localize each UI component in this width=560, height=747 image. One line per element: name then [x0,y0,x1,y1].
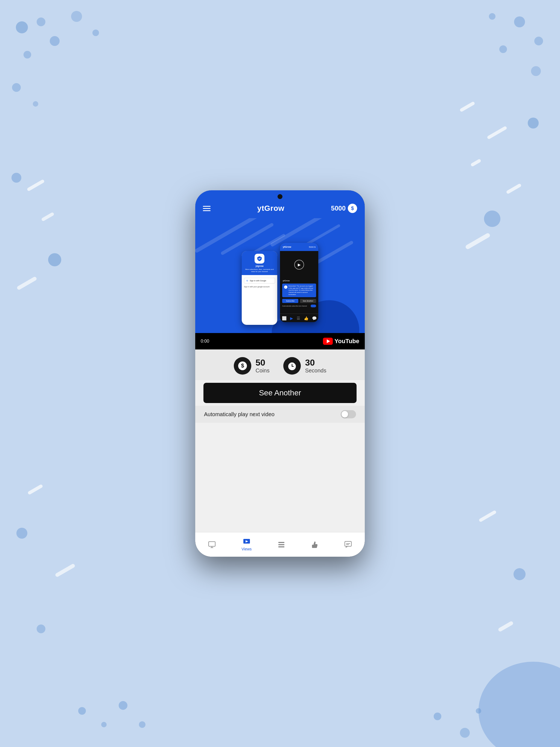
seconds-number: 30 [305,358,327,367]
svg-rect-16 [506,183,522,194]
seconds-info-item: 30 Seconds [283,357,327,375]
mockup-auto-toggle: Automatically subscribe next channel [280,303,318,307]
nav-item-comments[interactable] [344,541,352,548]
comment-icon [344,541,352,548]
svg-point-37 [434,713,441,720]
svg-point-17 [528,118,539,129]
svg-point-22 [11,173,21,183]
info-section: $ 50 Coins [195,350,365,380]
coins-amount: 5000 [331,205,346,212]
youtube-icon [323,338,333,345]
mockup-google-btn: G Sign in with Google [244,278,275,284]
svg-rect-55 [278,546,284,547]
coins-info-item: $ 50 Coins [234,357,270,375]
svg-point-28 [36,624,45,633]
svg-point-36 [139,721,146,728]
svg-point-30 [513,568,526,580]
svg-point-33 [78,707,86,715]
seconds-label: Seconds [305,367,327,374]
svg-point-9 [534,36,543,45]
mockup-video-thumb: ▶ [280,251,318,278]
video-area[interactable]: ytgrow More subscribers, likes, comments… [195,218,365,350]
svg-point-18 [484,210,501,227]
phone-screen: ytGrow 5000 $ [195,190,365,557]
svg-rect-27 [55,563,75,577]
phone-mockup-right: ytGrow 5000 $ ▶ ytGrow i Remember! The a… [280,243,318,322]
svg-rect-48 [209,542,215,546]
mockup-action-buttons: Subscribe See Another [280,299,318,303]
nav-item-likes[interactable] [311,541,319,548]
coin-icon: $ [348,204,357,213]
bottom-navigation: Views [195,532,365,557]
thumbs-up-icon [311,541,319,548]
svg-point-0 [16,21,28,33]
video-timestamp: 0:00 [201,339,209,344]
app-header: ytGrow 5000 $ [195,199,365,218]
svg-rect-54 [278,544,284,545]
mockup-bottom-nav: ⬜ ▶ ☰ 👍 💬 [280,314,318,322]
svg-point-11 [531,66,541,76]
nav-item-screen[interactable] [208,541,216,548]
svg-rect-31 [498,621,514,632]
coins-display: 5000 $ [331,204,357,213]
list-icon [278,541,285,548]
coins-circle-icon: $ [234,357,251,375]
svg-point-39 [476,708,481,714]
autoplay-label: Automatically play next video [204,411,275,417]
svg-point-5 [93,29,99,36]
svg-point-38 [460,728,470,738]
nav-item-views[interactable]: Views [241,538,252,551]
svg-point-1 [36,18,45,26]
nav-item-list[interactable] [278,541,285,548]
svg-point-34 [101,722,107,727]
camera [278,194,282,199]
mockup-info-box: i Remember! The account you logged in th… [282,284,316,297]
youtube-logo: YouTube [323,338,359,345]
see-another-button[interactable]: See Another [203,383,357,403]
svg-point-23 [48,253,61,266]
coins-label: Coins [256,367,270,374]
svg-point-3 [24,51,31,58]
play-button: ▶ [294,260,304,269]
svg-rect-13 [459,101,475,112]
autoplay-toggle[interactable] [341,410,356,418]
youtube-bar: 0:00 YouTube [195,333,365,350]
seconds-circle-icon [283,357,301,375]
svg-rect-19 [465,232,491,250]
svg-rect-20 [27,179,45,191]
svg-rect-53 [278,542,284,543]
svg-point-32 [479,662,560,747]
svg-text:$: $ [241,363,244,368]
svg-point-26 [17,528,27,539]
svg-rect-24 [17,276,37,290]
autoplay-row: Automatically play next video [195,406,365,423]
svg-point-7 [33,101,38,107]
svg-rect-25 [27,484,43,495]
svg-rect-14 [487,126,507,139]
hamburger-menu-button[interactable] [203,206,210,211]
phone-mockup-left: ytgrow More subscribers, likes, comments… [242,251,277,325]
coins-text: 50 Coins [256,358,270,374]
seconds-text: 30 Seconds [305,358,327,374]
svg-rect-21 [41,212,54,222]
svg-point-35 [119,701,127,710]
svg-point-2 [50,36,59,46]
phone-shell: ytGrow 5000 $ [195,190,365,557]
svg-rect-29 [479,510,497,522]
svg-point-12 [489,13,495,20]
svg-point-4 [71,11,82,22]
svg-point-10 [499,45,507,53]
svg-rect-15 [470,159,482,167]
svg-point-6 [12,83,21,92]
monitor-icon [208,541,216,548]
views-nav-label: Views [241,547,252,551]
phone-mockups: ytgrow More subscribers, likes, comments… [242,243,318,325]
app-title: ytGrow [257,204,284,213]
play-views-icon [243,538,251,546]
svg-point-8 [514,17,525,27]
coins-number: 50 [256,358,270,367]
